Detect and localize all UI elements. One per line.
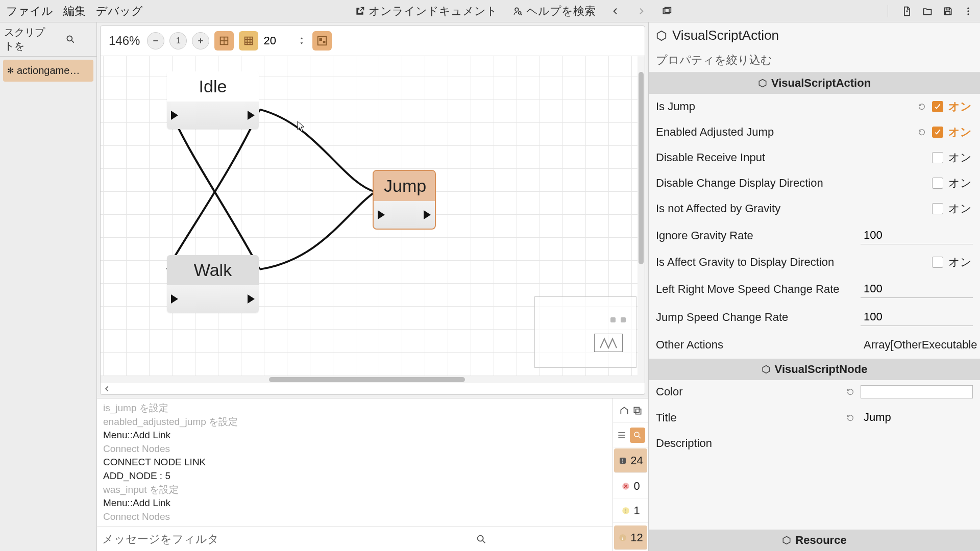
svg-text:!: ! [625,507,627,513]
console-line: Menu::Add Link [103,429,606,442]
port-in-icon[interactable] [378,210,385,219]
port-in-icon[interactable] [171,294,178,304]
node-walk-title: Walk [167,255,259,285]
script-item-label: actiongame… [17,65,80,77]
grid-step-stepper[interactable] [298,36,305,46]
scripts-panel: スクリプトを ✻ actiongame… [0,22,97,551]
console-log[interactable]: is_jump を設定enabled_adjusted_jump を設定Menu… [97,398,612,527]
node-jump[interactable]: Jump [374,171,435,229]
prop-disable-receive-input: Disable Receive Input オン [649,145,980,170]
collapse-handle[interactable] [101,383,645,394]
menu-file[interactable]: ファイル [6,4,53,19]
svg-rect-12 [323,41,326,43]
console-collapse-button[interactable] [613,423,648,447]
reset-icon[interactable] [917,127,927,137]
save-icon[interactable] [942,6,953,17]
svg-point-9 [67,36,72,41]
search-icon[interactable] [48,34,93,45]
svg-rect-11 [320,38,323,41]
canvas-vscroll[interactable] [638,56,645,376]
prop-ignore-gravity-rate: Ignore Gravity Rate [649,221,980,249]
input-lr-move-speed-rate[interactable] [861,280,973,298]
console-line: is_jump を設定 [103,402,606,415]
grid-step-input[interactable] [263,34,296,47]
menu-edit[interactable]: 編集 [63,4,86,19]
node-idle[interactable]: Idle [167,71,259,129]
input-ignore-gravity-rate[interactable] [861,227,973,244]
color-swatch[interactable] [861,385,973,398]
svg-point-8 [967,13,969,15]
checkbox-disable-change-display-direction[interactable] [932,178,943,189]
checkbox-disable-receive-input[interactable] [932,152,943,163]
snap-grid-button[interactable] [214,31,234,51]
minimap[interactable] [534,296,636,368]
checkbox-is-jump[interactable] [932,101,943,112]
zoom-in-button[interactable] [192,32,209,49]
link-online-docs-label: オンラインドキュメント [369,4,498,19]
menu-debug[interactable]: デバッグ [96,4,143,19]
console-line: Connect Nodes [103,442,606,456]
minimap-toggle-button[interactable] [312,31,332,51]
search-icon[interactable] [355,534,607,545]
reset-icon[interactable] [845,413,855,423]
console-line: Connect Nodes [103,510,606,524]
node-walk[interactable]: Walk [167,255,259,313]
checkbox-not-affected-gravity[interactable] [932,203,943,214]
script-item-actiongame[interactable]: ✻ actiongame… [3,60,93,82]
svg-rect-4 [946,8,950,10]
console-clear-button[interactable] [613,398,648,423]
console-filter-errors[interactable]: 0 [613,474,648,498]
link-search-help[interactable]: ヘルプを検索 [512,4,596,19]
popout-icon[interactable] [661,6,672,17]
svg-rect-2 [663,9,669,14]
svg-rect-3 [665,7,671,12]
zoom-out-button[interactable] [147,32,164,49]
prop-enabled-adjusted-jump: Enabled Adjusted Jump オン [649,119,980,145]
value-other-actions[interactable]: Array[OtherExecutable [861,336,973,354]
prop-other-actions: Other Actions Array[OtherExecutable [649,331,980,359]
external-link-icon [354,6,365,17]
zoom-reset-button[interactable]: 1 [169,32,187,49]
canvas-hscroll[interactable] [101,376,645,383]
console-line: enabled_adjusted_jump を設定 [103,415,606,429]
console-line: CONNECT NODE LINK [103,456,606,469]
console-line: Menu::Add Link [103,496,606,510]
inspector-filter-input[interactable]: プロパティを絞り込む [649,48,980,72]
input-jump-speed-rate[interactable] [861,308,973,326]
kebab-icon[interactable] [963,6,974,17]
nav-prev-icon[interactable] [610,6,621,17]
port-out-icon[interactable] [248,294,255,304]
port-in-icon[interactable] [171,111,178,120]
canvas-panel: 146% 1 [100,26,645,395]
svg-point-6 [967,7,969,9]
search-toggle-button[interactable] [630,428,645,443]
link-online-docs[interactable]: オンラインドキュメント [354,4,498,19]
nav-next-icon[interactable] [635,6,647,17]
section-header-resource[interactable]: Resource [649,530,980,551]
grid-step[interactable] [263,34,305,47]
port-out-icon[interactable] [424,210,431,219]
checkbox-affect-gravity-display-dir[interactable] [932,257,943,268]
port-out-icon[interactable] [248,111,255,120]
new-file-icon[interactable] [901,6,913,17]
console-side-buttons: ! 24 0 ! 1 i 12 [612,398,648,551]
svg-text:!: ! [622,457,624,463]
console-filter-info[interactable]: i 12 [614,525,647,550]
console-filter-all[interactable]: ! 24 [614,448,647,473]
reset-icon[interactable] [917,102,927,112]
console-line: ADD_NODE : 5 [103,469,606,483]
section-header-action[interactable]: VisualScriptAction [649,72,980,94]
checkbox-enabled-adjusted-jump[interactable] [932,127,943,138]
console-filter-input[interactable]: メッセージをフィルタ [102,532,355,547]
svg-point-7 [967,10,969,12]
prop-lr-move-speed-rate: Left Right Move Speed Change Rate [649,275,980,303]
person-search-icon [512,6,523,17]
open-file-icon[interactable] [922,6,933,17]
snap-grid2-button[interactable] [239,31,258,51]
input-title[interactable] [861,409,973,427]
console-filter-warnings[interactable]: ! 1 [613,498,648,523]
reset-icon[interactable] [845,387,855,397]
scripts-search[interactable]: スクリプトを [4,26,48,53]
graph-canvas[interactable]: Idle Walk Jump [101,56,645,376]
section-header-node[interactable]: VisualScriptNode [649,359,980,380]
